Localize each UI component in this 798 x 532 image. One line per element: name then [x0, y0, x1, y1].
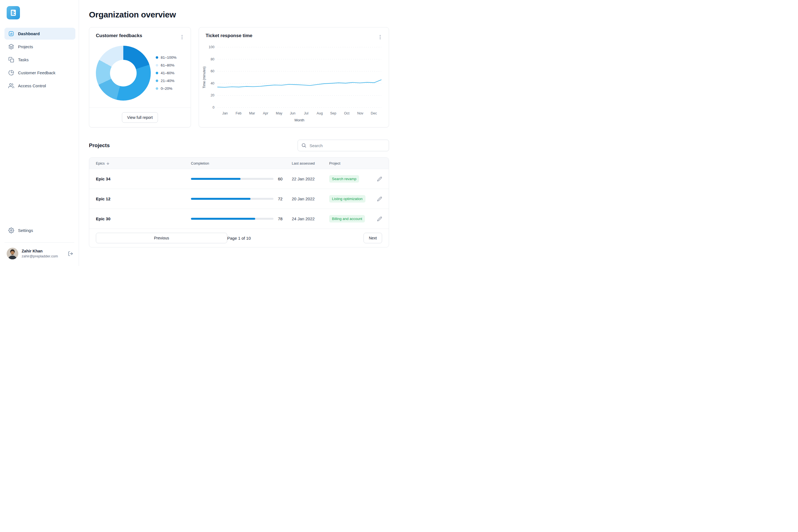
sidebar-item-tasks[interactable]: Tasks [4, 54, 75, 66]
completion-cell: 60 [191, 176, 292, 181]
previous-button[interactable]: Previous [96, 233, 227, 243]
edit-pencil-icon[interactable] [374, 216, 382, 222]
progress-bar [191, 178, 273, 180]
sidebar-item-dashboard[interactable]: Dashboard [4, 28, 75, 40]
svg-text:Nov: Nov [357, 111, 363, 115]
svg-text:Apr: Apr [263, 111, 268, 115]
legend-dot [156, 79, 158, 82]
svg-text:Jul: Jul [304, 111, 308, 115]
pie-chart-icon [8, 70, 14, 76]
column-header-project: Project [329, 161, 374, 166]
user-email: zahir@prepladder.com [22, 254, 58, 258]
epic-name: Epic 30 [96, 216, 191, 221]
svg-text:May: May [276, 111, 283, 115]
card-title: Ticket response time [206, 33, 252, 39]
last-assessed-date: 20 Jan 2022 [292, 196, 329, 201]
column-header-epics-sort[interactable]: Epics [96, 161, 191, 166]
svg-text:Sep: Sep [330, 111, 336, 115]
customer-feedbacks-card: Customer feedbacks 81–100%61–80%41–60%21… [89, 27, 191, 128]
legend-dot [156, 64, 158, 66]
kebab-menu-icon[interactable] [377, 33, 384, 41]
user-name: Zahir Khan [22, 249, 58, 253]
sidebar-item-settings[interactable]: Settings [4, 225, 75, 236]
sidebar-item-access-control[interactable]: Access Control [4, 80, 75, 92]
edit-pencil-icon[interactable] [374, 176, 382, 182]
kebab-menu-icon[interactable] [178, 33, 186, 41]
epic-name: Epic 12 [96, 196, 191, 201]
column-header-last-assessed: Last assessed [292, 161, 329, 166]
gear-icon [8, 227, 14, 233]
svg-text:Time (minutes): Time (minutes) [202, 66, 206, 89]
users-icon [8, 83, 14, 89]
legend-dot [156, 56, 158, 59]
bar-chart-icon [8, 31, 14, 37]
edit-pencil-icon[interactable] [374, 196, 382, 202]
ticket-response-card: Ticket response time 020406080100JanFebM… [199, 27, 389, 128]
progress-bar [191, 198, 273, 200]
sidebar: Dashboard Projects Tasks [0, 0, 79, 266]
copy-icon [8, 57, 14, 63]
epic-name: Epic 34 [96, 176, 191, 181]
svg-text:80: 80 [211, 57, 214, 61]
svg-text:40: 40 [211, 81, 214, 86]
donut-legend: 81–100%61–80%41–60%21–40%0–20% [156, 55, 176, 91]
sidebar-item-projects[interactable]: Projects [4, 41, 75, 53]
projects-section-title: Projects [89, 142, 110, 149]
table-row: Epic 12 72 20 Jan 2022 Listing optimizat… [89, 189, 389, 209]
user-profile: Zahir Khan zahir@prepladder.com [0, 243, 79, 266]
completion-value: 72 [278, 196, 285, 201]
legend-item: 41–60% [156, 71, 176, 75]
legend-label: 0–20% [161, 87, 172, 91]
page-title: Organization overview [89, 10, 389, 19]
column-header-completion: Completion [191, 161, 292, 166]
sort-arrow-down-icon [106, 162, 110, 165]
svg-text:0: 0 [212, 106, 214, 110]
logout-icon[interactable] [68, 251, 73, 256]
document-logo-icon [10, 9, 17, 16]
table-row: Epic 34 60 22 Jan 2022 Search revamp [89, 169, 389, 189]
svg-text:Feb: Feb [235, 111, 241, 115]
svg-text:Jun: Jun [290, 111, 296, 115]
projects-table: Epics Completion Last assessed Project E… [89, 157, 389, 247]
completion-cell: 72 [191, 196, 292, 201]
last-assessed-date: 22 Jan 2022 [292, 176, 329, 181]
view-full-report-button[interactable]: View full report [122, 112, 158, 123]
legend-item: 81–100% [156, 55, 176, 60]
svg-text:Jan: Jan [222, 111, 228, 115]
legend-item: 61–80% [156, 63, 176, 67]
legend-label: 81–100% [161, 55, 176, 60]
sidebar-item-label: Customer Feedback [18, 70, 55, 75]
sidebar-item-label: Dashboard [18, 31, 40, 36]
completion-cell: 78 [191, 216, 292, 221]
sidebar-nav: Dashboard Projects Tasks [0, 28, 79, 92]
sidebar-item-label: Projects [18, 44, 33, 49]
progress-bar [191, 218, 273, 220]
svg-text:Mar: Mar [249, 111, 255, 115]
sidebar-item-label: Access Control [18, 83, 46, 88]
svg-text:Dec: Dec [371, 111, 377, 115]
table-pagination: Previous Page 1 of 10 Next [89, 229, 389, 247]
svg-text:20: 20 [211, 93, 214, 97]
svg-text:60: 60 [211, 69, 214, 73]
legend-dot [156, 72, 158, 74]
search-input[interactable] [298, 140, 389, 151]
legend-item: 0–20% [156, 87, 176, 91]
donut-chart [96, 46, 151, 100]
project-tag: Billing and account [329, 215, 365, 223]
last-assessed-date: 24 Jan 2022 [292, 216, 329, 221]
sidebar-item-label: Tasks [18, 57, 28, 62]
avatar [7, 248, 18, 259]
settings-label: Settings [18, 228, 33, 233]
page-indicator: Page 1 of 10 [227, 236, 251, 241]
search-box [298, 140, 389, 151]
svg-text:Oct: Oct [344, 111, 350, 115]
sidebar-item-customer-feedback[interactable]: Customer Feedback [4, 67, 75, 79]
svg-text:Aug: Aug [317, 111, 323, 115]
next-button[interactable]: Next [363, 233, 382, 243]
legend-label: 61–80% [161, 63, 174, 67]
main-content: Organization overview Customer feedbacks… [79, 0, 399, 266]
layers-icon [8, 44, 14, 50]
legend-label: 21–40% [161, 79, 174, 83]
project-tag: Listing optimization [329, 195, 365, 203]
legend-dot [156, 87, 158, 90]
